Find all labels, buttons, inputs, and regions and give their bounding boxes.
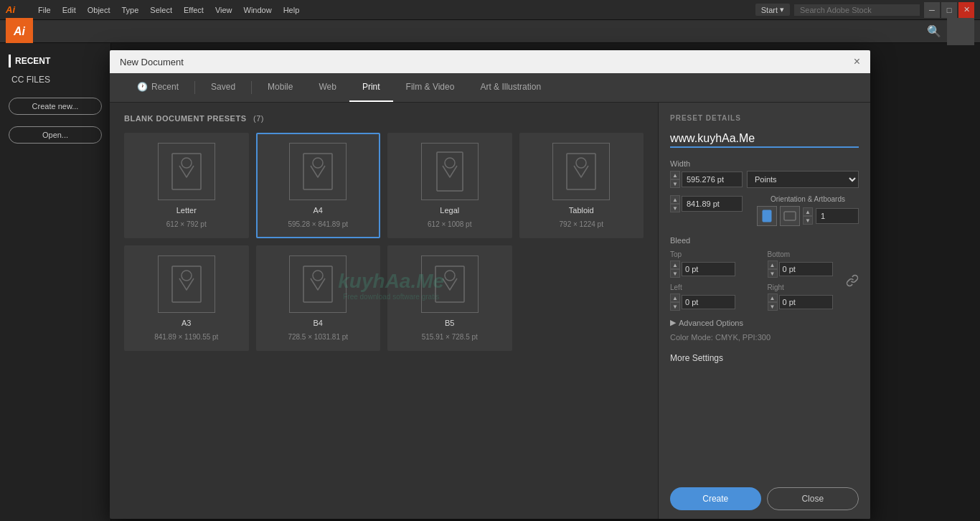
tab-film[interactable]: Film & Video: [393, 73, 468, 102]
create-button[interactable]: Create: [670, 487, 761, 510]
bleed-left-input[interactable]: [682, 295, 735, 309]
preset-legal[interactable]: Legal 612 × 1008 pt: [387, 133, 512, 238]
dialog-close-footer-button[interactable]: Close: [767, 487, 859, 510]
svg-rect-10: [303, 266, 332, 302]
tab-separator-2: [251, 81, 252, 94]
unit-select[interactable]: Points Pixels Inches Millimeters Centime…: [747, 171, 859, 188]
preset-a4-size: 595.28 × 841.89 pt: [288, 220, 348, 228]
menu-window[interactable]: Window: [239, 4, 277, 16]
height-input[interactable]: [682, 196, 743, 212]
svg-rect-0: [172, 154, 201, 189]
details-panel: PRESET DETAILS Width ▲ ▼: [659, 103, 870, 519]
menu-bar: Ai File Edit Object Type Select Effect V…: [0, 0, 980, 20]
bleed-bottom-input[interactable]: [779, 262, 833, 276]
window-controls: ─ □ ✕: [924, 2, 974, 18]
height-decrease-btn[interactable]: ▼: [670, 204, 680, 212]
bleed-bottom-decrease[interactable]: ▼: [768, 269, 778, 278]
tab-saved[interactable]: Saved: [198, 73, 248, 102]
preset-legal-size: 612 × 1008 pt: [428, 220, 471, 228]
tab-recent[interactable]: 🕐 Recent: [124, 73, 192, 102]
tab-print[interactable]: Print: [349, 73, 393, 102]
artboards-decrease-btn[interactable]: ▼: [803, 216, 813, 225]
bleed-bottom-increase[interactable]: ▲: [768, 260, 778, 269]
search-input[interactable]: [794, 4, 920, 16]
document-name-input[interactable]: [670, 131, 859, 148]
preset-a4[interactable]: A4 595.28 × 841.89 pt: [256, 133, 381, 238]
presets-grid: Letter 612 × 792 pt: [124, 133, 644, 351]
landscape-button[interactable]: [780, 206, 800, 226]
height-increase-btn[interactable]: ▲: [670, 195, 680, 204]
menu-effect[interactable]: Effect: [179, 4, 209, 16]
height-stepper-btns: ▲ ▼: [670, 195, 680, 212]
bleed-top-input[interactable]: [682, 262, 735, 276]
artboards-stepper: ▲ ▼: [803, 207, 813, 225]
width-decrease-btn[interactable]: ▼: [670, 179, 680, 188]
preset-a3[interactable]: A3 841.89 × 1190.55 pt: [124, 245, 249, 351]
menu-object[interactable]: Object: [83, 4, 116, 16]
portrait-button[interactable]: [757, 206, 777, 226]
artboards-increase-btn[interactable]: ▲: [803, 207, 813, 216]
dialog-close-button[interactable]: ×: [854, 56, 860, 67]
app-logo: Ai: [6, 4, 26, 15]
svg-rect-12: [435, 266, 464, 302]
preset-icon-legal: [421, 143, 479, 200]
menu-select[interactable]: Select: [145, 4, 177, 16]
menu-file[interactable]: File: [33, 4, 56, 16]
preset-letter-size: 612 × 792 pt: [166, 220, 207, 228]
menu-view[interactable]: View: [210, 4, 237, 16]
bleed-left-stepper: ▲ ▼: [670, 294, 680, 311]
toolbar-placeholder: [947, 18, 974, 45]
bleed-right-increase[interactable]: ▲: [768, 294, 778, 302]
bleed-label: Bleed: [670, 236, 859, 245]
svg-rect-14: [763, 210, 771, 222]
preset-legal-name: Legal: [440, 206, 459, 215]
toolbar-2: Ai 🔍: [0, 20, 980, 43]
tab-mobile[interactable]: Mobile: [255, 73, 306, 102]
width-stepper: ▲ ▼: [670, 171, 743, 188]
tab-art[interactable]: Art & Illustration: [467, 73, 554, 102]
width-increase-btn[interactable]: ▲: [670, 171, 680, 179]
svg-point-5: [445, 158, 455, 168]
artboards-input[interactable]: [816, 208, 859, 224]
bleed-top-increase[interactable]: ▲: [670, 260, 680, 269]
bleed-right-input[interactable]: [779, 295, 833, 309]
bleed-top-label: Top: [670, 250, 762, 258]
bleed-right-field: Right ▲ ▼: [768, 283, 859, 311]
start-button[interactable]: Start ▾: [755, 4, 790, 16]
dialog-header: New Document ×: [110, 50, 870, 73]
preset-b5[interactable]: B5 515.91 × 728.5 pt: [387, 245, 512, 351]
preset-letter[interactable]: Letter 612 × 792 pt: [124, 133, 249, 238]
tab-web[interactable]: Web: [306, 73, 349, 102]
menu-type[interactable]: Type: [117, 4, 144, 16]
preset-b4[interactable]: B4 728.5 × 1031.81 pt: [256, 245, 381, 351]
minimize-button[interactable]: ─: [924, 2, 940, 18]
menu-help[interactable]: Help: [278, 4, 305, 16]
advanced-options-toggle[interactable]: ▶ Advanced Options: [670, 318, 859, 327]
search-icon[interactable]: 🔍: [927, 24, 941, 38]
close-window-button[interactable]: ✕: [958, 2, 974, 18]
preset-b5-name: B5: [445, 319, 454, 327]
main-layout: RECENT CC FILES Create new... Open... Ne…: [0, 43, 980, 521]
height-stepper: ▲ ▼: [670, 195, 743, 212]
link-bleed-icon[interactable]: [846, 274, 859, 287]
menu-edit[interactable]: Edit: [57, 4, 81, 16]
svg-rect-8: [172, 266, 201, 302]
bleed-top-decrease[interactable]: ▼: [670, 269, 680, 278]
svg-point-3: [313, 158, 323, 168]
bleed-bottom-stepper: ▲ ▼: [768, 260, 778, 278]
bleed-left-increase[interactable]: ▲: [670, 294, 680, 302]
ai-logo-box: Ai: [6, 18, 33, 45]
preset-icon-a3: [158, 255, 215, 313]
preset-tabloid-size: 792 × 1224 pt: [560, 220, 603, 228]
width-input[interactable]: [682, 172, 743, 187]
more-settings-link[interactable]: More Settings: [670, 353, 859, 363]
bleed-right-decrease[interactable]: ▼: [768, 302, 778, 311]
tab-separator: [194, 81, 195, 94]
presets-header: BLANK DOCUMENT PRESETS (7): [124, 114, 644, 123]
bleed-left-decrease[interactable]: ▼: [670, 302, 680, 311]
bleed-right-stepper: ▲ ▼: [768, 294, 778, 311]
maximize-button[interactable]: □: [941, 2, 957, 18]
preset-tabloid[interactable]: Tabloid 792 × 1224 pt: [519, 133, 644, 238]
svg-point-9: [182, 271, 192, 281]
bleed-grid: Top ▲ ▼: [670, 250, 859, 311]
